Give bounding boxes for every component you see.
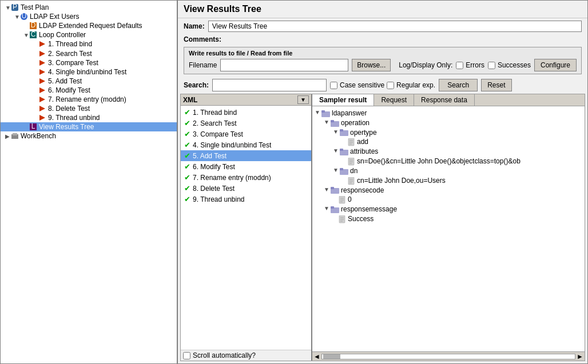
browse-button[interactable]: Browse... xyxy=(352,59,391,71)
search-button[interactable]: Search xyxy=(439,79,478,91)
node-expander-4[interactable]: ▼ xyxy=(333,147,339,154)
search-options: Case sensitive Regular exp. xyxy=(330,81,435,89)
result-content: ▼ ldapanswer▼ operation▼ opertype add▼ a… xyxy=(312,106,585,351)
result-node-2[interactable]: ▼ opertype xyxy=(315,128,582,138)
configure-button[interactable]: Configure xyxy=(534,59,577,71)
result-node-label-7: cn=Little John Doe,ou=Users xyxy=(357,177,446,185)
left-tree-item-loop-controller[interactable]: ▼ C Loop Controller xyxy=(1,30,177,39)
scroll-track[interactable] xyxy=(321,354,575,359)
xml-item-6[interactable]: ✔7. Rename entry (moddn) xyxy=(181,172,311,183)
left-tree-item-compare-test[interactable]: 3. Compare Test xyxy=(1,58,177,67)
result-tab-2[interactable]: Response data xyxy=(414,94,475,106)
expander-test-plan[interactable]: ▼ xyxy=(5,5,11,11)
xml-item-2[interactable]: ✔3. Compare Test xyxy=(181,129,311,139)
left-tree-item-ldap-ext-users[interactable]: ▼ U LDAP Ext Users xyxy=(1,12,177,21)
left-tree-item-thread-unbind[interactable]: 9. Thread unbind xyxy=(1,113,177,122)
result-node-label-8: responsecode xyxy=(341,186,384,194)
xml-item-0[interactable]: ✔1. Thread bind xyxy=(181,107,311,118)
folder-icon-10 xyxy=(331,205,341,214)
left-tree-item-test-plan[interactable]: ▼ P Test Plan xyxy=(1,3,177,12)
svg-rect-27 xyxy=(348,138,354,146)
folder-icon-2 xyxy=(340,129,350,137)
file-icon-3 xyxy=(348,138,357,146)
xml-item-label-6: 7. Rename entry (moddn) xyxy=(193,174,271,182)
result-node-11[interactable]: Success xyxy=(315,214,582,224)
xml-item-label-3: 4. Single bind/unbind Test xyxy=(193,141,271,149)
left-tree-item-add-test[interactable]: 5. Add Test xyxy=(1,77,177,86)
left-tree-item-single-bind[interactable]: 4. Single bind/unbind Test xyxy=(1,67,177,77)
xml-item-7[interactable]: ✔8. Delete Test xyxy=(181,183,311,194)
xml-item-5[interactable]: ✔6. Modify Test xyxy=(181,161,311,172)
result-node-6[interactable]: ▼ dn xyxy=(315,166,582,176)
icon-sampler xyxy=(38,59,46,67)
case-sensitive-checkbox[interactable] xyxy=(330,82,337,89)
node-expander-8[interactable]: ▼ xyxy=(324,186,329,193)
result-node-7[interactable]: cn=Little John Doe,ou=Users xyxy=(315,176,582,186)
left-tree-item-view-results-tree[interactable]: L View Results Tree xyxy=(1,122,177,131)
errors-checkbox[interactable] xyxy=(456,62,463,69)
reset-button[interactable]: Reset xyxy=(481,79,511,91)
left-tree-item-delete-test[interactable]: 8. Delete Test xyxy=(1,104,177,113)
result-node-3[interactable]: add xyxy=(315,137,582,147)
left-tree-item-search-test[interactable]: 2. Search Test xyxy=(1,49,177,58)
left-tree-item-ldap-defaults[interactable]: D LDAP Extended Request Defaults xyxy=(1,21,177,30)
result-tab-0[interactable]: Sampler result xyxy=(312,94,374,106)
tree-label-single-bind: 4. Single bind/unbind Test xyxy=(48,68,126,76)
left-tree-item-thread-bind[interactable]: 1. Thread bind xyxy=(1,39,177,49)
svg-text:U: U xyxy=(22,13,27,20)
scroll-thumb[interactable] xyxy=(323,354,340,359)
result-node-10[interactable]: ▼ responsemessage xyxy=(315,205,582,214)
left-tree-item-modify-test[interactable]: 6. Modify Test xyxy=(1,86,177,95)
scroll-auto-checkbox[interactable] xyxy=(183,352,190,359)
regular-exp-checkbox[interactable] xyxy=(387,82,394,89)
node-expander-6[interactable]: ▼ xyxy=(333,167,339,173)
log-display-label: Log/Display Only: xyxy=(399,61,452,69)
result-tab-1[interactable]: Request xyxy=(374,94,414,106)
result-node-0[interactable]: ▼ ldapanswer xyxy=(315,109,582,118)
filename-label: Filename xyxy=(189,61,217,69)
node-expander-0[interactable]: ▼ xyxy=(315,109,320,115)
tree-label-rename-entry: 7. Rename entry (moddn) xyxy=(48,95,126,103)
xml-item-8[interactable]: ✔9. Thread unbind xyxy=(181,194,311,205)
result-scrollbar[interactable]: ◄ ► xyxy=(312,351,585,361)
node-expander-2[interactable]: ▼ xyxy=(333,129,339,135)
xml-item-4[interactable]: ✔5. Add Test xyxy=(181,150,311,161)
xml-list: ✔1. Thread bind✔2. Search Test✔3. Compar… xyxy=(181,106,311,350)
expander-workbench[interactable]: ▶ xyxy=(5,133,11,139)
result-node-4[interactable]: ▼ attributes xyxy=(315,147,582,157)
left-tree-item-workbench[interactable]: ▶ WorkBench xyxy=(1,131,177,141)
tree-label-add-test: 5. Add Test xyxy=(48,77,82,85)
result-node-8[interactable]: ▼ responsecode xyxy=(315,186,582,195)
svg-marker-9 xyxy=(39,51,45,57)
expander-loop-controller[interactable]: ▼ xyxy=(23,32,29,38)
expander-ldap-ext-users[interactable]: ▼ xyxy=(14,14,20,20)
file-icon-11 xyxy=(339,215,348,223)
scroll-left-arrow[interactable]: ◄ xyxy=(313,353,320,361)
svg-rect-38 xyxy=(340,168,343,170)
tree-label-ldap-defaults: LDAP Extended Request Defaults xyxy=(39,22,142,30)
result-node-5[interactable]: sn=Doe()&cn=Little John Doe()&objectclas… xyxy=(315,157,582,166)
svg-text:P: P xyxy=(13,3,17,11)
filename-input[interactable] xyxy=(220,59,348,71)
left-tree-item-rename-entry[interactable]: 7. Rename entry (moddn) xyxy=(1,95,177,104)
svg-rect-50 xyxy=(331,206,334,209)
search-input[interactable] xyxy=(212,79,327,91)
tree-label-workbench: WorkBench xyxy=(21,132,56,140)
name-input[interactable] xyxy=(208,21,582,32)
node-expander-1[interactable]: ▼ xyxy=(324,119,329,125)
scroll-right-arrow[interactable]: ► xyxy=(577,353,583,361)
xml-item-3[interactable]: ✔4. Single bind/unbind Test xyxy=(181,139,311,150)
xml-dropdown-button[interactable]: ▼ xyxy=(297,95,309,104)
main-container: ▼ P Test Plan▼ U LDAP Ext Users D LDAP E… xyxy=(0,0,588,364)
xml-item-label-1: 2. Search Test xyxy=(193,119,237,127)
tree-label-thread-unbind: 9. Thread unbind xyxy=(48,114,100,122)
result-node-1[interactable]: ▼ operation xyxy=(315,118,582,128)
successes-checkbox[interactable] xyxy=(488,62,495,69)
search-row: Search: Case sensitive Regular exp. Sear… xyxy=(178,77,587,94)
xml-item-1[interactable]: ✔2. Search Test xyxy=(181,118,311,129)
result-node-9[interactable]: 0 xyxy=(315,195,582,205)
name-label: Name: xyxy=(184,22,205,30)
check-icon-0: ✔ xyxy=(184,108,190,117)
file-icon-5 xyxy=(348,157,357,166)
node-expander-10[interactable]: ▼ xyxy=(324,205,329,211)
